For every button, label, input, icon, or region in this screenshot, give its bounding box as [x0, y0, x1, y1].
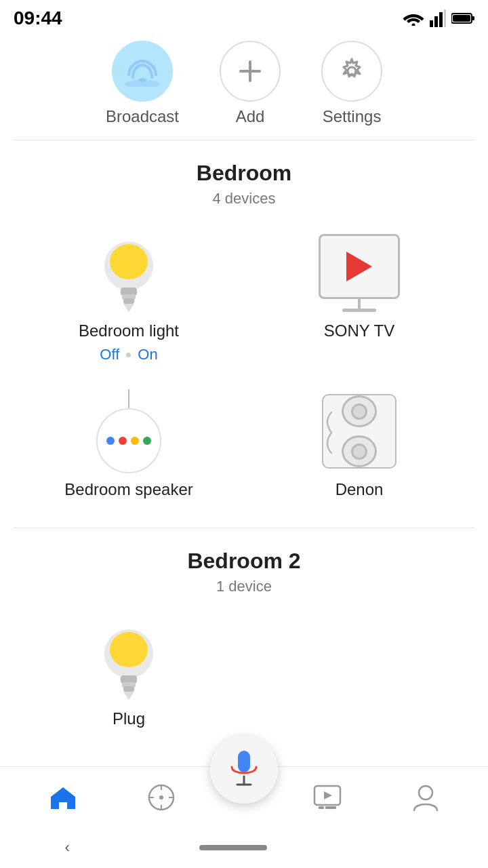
bedroom2-section: Bedroom 2 1 device Plug: [0, 528, 488, 757]
settings-icon-circle: [321, 41, 382, 102]
svg-rect-1: [430, 20, 433, 27]
back-button[interactable]: ‹: [64, 839, 69, 856]
status-icons: [403, 9, 474, 27]
denon-card[interactable]: Denon: [251, 380, 468, 514]
wifi-icon: [403, 11, 424, 26]
broadcast-icon-circle: [112, 41, 173, 102]
svg-rect-6: [472, 16, 474, 20]
settings-icon: [337, 56, 367, 86]
status-time: 09:44: [14, 7, 62, 29]
settings-action[interactable]: Settings: [321, 41, 382, 126]
svg-rect-23: [123, 686, 134, 692]
svg-marker-24: [123, 692, 134, 700]
bedroom-light-status: Off On: [100, 346, 157, 363]
add-action[interactable]: Add: [220, 41, 281, 126]
svg-marker-35: [324, 791, 332, 800]
bedroom-section: Bedroom 4 devices: [0, 140, 488, 528]
discover-nav-icon: [147, 783, 176, 812]
bedroom-device-count: 4 devices: [20, 190, 468, 208]
add-icon-circle: [220, 41, 281, 102]
svg-rect-37: [325, 806, 336, 809]
svg-point-9: [138, 78, 146, 82]
bedroom-light-icon: [88, 232, 169, 313]
status-bar: 09:44: [0, 0, 488, 34]
top-actions: Broadcast Add Settings: [0, 34, 488, 140]
bedroom-title: Bedroom: [20, 161, 468, 186]
bedroom-light-card[interactable]: Bedroom light Off On: [20, 221, 237, 373]
play-icon: [346, 252, 372, 281]
battery-icon: [451, 12, 474, 24]
nav-discover[interactable]: [112, 783, 210, 812]
status-on-label[interactable]: On: [138, 346, 157, 363]
home-pill[interactable]: [199, 845, 267, 850]
broadcast-icon: [123, 56, 161, 87]
plug-icon: [88, 620, 169, 701]
bedroom2-title: Bedroom 2: [20, 549, 468, 574]
google-speaker-circle: [96, 408, 161, 473]
account-nav-icon: [413, 783, 439, 812]
denon-wave-left: [322, 409, 334, 456]
svg-rect-2: [434, 16, 438, 27]
nav-account[interactable]: [376, 783, 474, 812]
broadcast-action[interactable]: Broadcast: [106, 41, 179, 126]
media-nav-icon: [313, 785, 342, 810]
sony-tv-name: SONY TV: [324, 321, 394, 340]
svg-rect-36: [319, 806, 324, 809]
plug-card[interactable]: Plug: [20, 609, 237, 743]
bedroom-light-name: Bedroom light: [79, 321, 179, 340]
svg-rect-7: [453, 15, 470, 22]
bedroom-speaker-icon: [88, 391, 169, 472]
plug-name: Plug: [113, 709, 145, 728]
svg-rect-4: [444, 9, 446, 27]
mic-icon: [228, 749, 260, 790]
denon-icon: [319, 391, 400, 472]
add-icon: [237, 58, 264, 85]
svg-rect-3: [439, 12, 443, 27]
bedroom-speaker-card[interactable]: Bedroom speaker: [20, 380, 237, 514]
bulb-svg: [98, 233, 159, 312]
add-label: Add: [236, 107, 265, 126]
svg-point-38: [419, 786, 432, 800]
sony-tv-card[interactable]: SONY TV: [251, 221, 468, 373]
broadcast-label: Broadcast: [106, 107, 179, 126]
svg-rect-17: [123, 298, 134, 304]
svg-marker-18: [123, 304, 134, 312]
bedroom2-device-count: 1 device: [20, 578, 468, 595]
svg-point-20: [110, 632, 148, 667]
home-nav-icon: [49, 785, 77, 810]
settings-label: Settings: [323, 107, 382, 126]
plug-bulb-svg: [98, 621, 159, 700]
svg-rect-25: [238, 751, 250, 772]
status-dot: [126, 353, 131, 357]
denon-name: Denon: [336, 480, 384, 499]
android-nav-bar: ‹: [0, 827, 488, 868]
signal-icon: [430, 9, 446, 27]
sony-tv-icon: [319, 232, 400, 313]
mic-fab-button[interactable]: [210, 736, 278, 804]
bedroom2-device-grid: Plug: [20, 609, 468, 743]
tv-screen: [319, 234, 400, 299]
nav-home[interactable]: [14, 785, 112, 810]
status-off-label[interactable]: Off: [100, 346, 119, 363]
nav-media[interactable]: [278, 785, 376, 810]
svg-point-14: [110, 244, 148, 279]
svg-point-29: [159, 795, 163, 800]
bedroom-device-grid: Bedroom light Off On: [20, 221, 468, 514]
svg-point-0: [412, 24, 415, 26]
bedroom-speaker-name: Bedroom speaker: [64, 480, 192, 499]
